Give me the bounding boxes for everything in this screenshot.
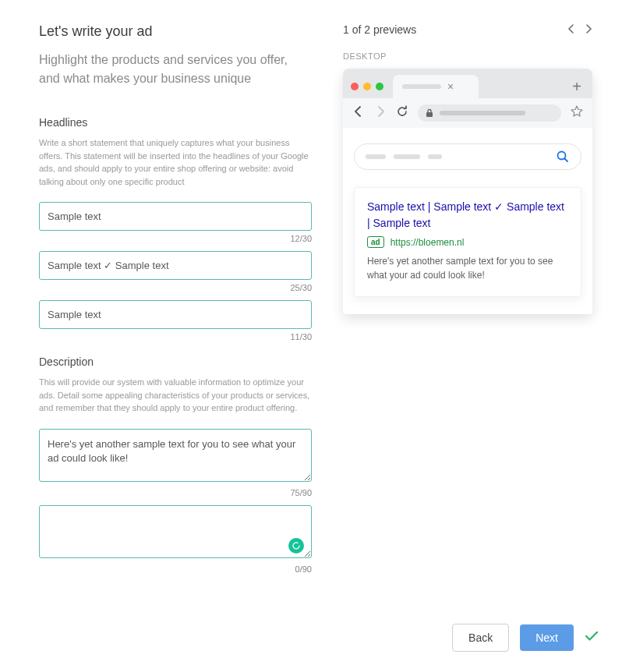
next-button[interactable]: Next	[520, 624, 574, 651]
reload-icon	[396, 105, 408, 121]
ad-preview-card: Sample text | Sample text ✓ Sample text …	[354, 187, 581, 297]
traffic-light-red-icon	[351, 83, 359, 90]
preview-next-button[interactable]	[586, 23, 592, 36]
search-bar-mockup	[354, 143, 581, 170]
footer-actions: Back Next	[452, 624, 599, 652]
page-title: Let's write your ad	[39, 23, 312, 40]
close-icon: ×	[447, 80, 454, 93]
browser-mockup: × +	[343, 69, 592, 314]
description-count-1: 75/90	[39, 488, 312, 497]
description-input-1[interactable]	[39, 429, 312, 482]
description-input-2[interactable]	[39, 505, 312, 558]
description-label: Description	[39, 355, 312, 368]
plus-icon: +	[572, 78, 585, 96]
check-icon	[585, 631, 599, 645]
headline-input-3[interactable]	[39, 300, 312, 329]
preview-column: 1 of 2 previews DESKTOP ×	[343, 23, 592, 582]
search-icon	[556, 150, 570, 164]
star-icon	[571, 105, 583, 121]
headline-input-2[interactable]	[39, 251, 312, 280]
headlines-help: Write a short statement that uniquely ca…	[39, 136, 312, 188]
traffic-light-green-icon	[376, 83, 383, 90]
preview-prev-button[interactable]	[567, 23, 574, 36]
description-count-2: 0/90	[39, 564, 312, 574]
ad-url: https://bloemen.nl	[391, 237, 465, 248]
headlines-label: Headlines	[39, 116, 312, 129]
headline-input-1[interactable]	[39, 202, 312, 231]
back-arrow-icon	[352, 105, 365, 121]
ad-headline: Sample text | Sample text ✓ Sample text …	[367, 199, 568, 232]
traffic-light-yellow-icon	[363, 83, 371, 90]
back-button[interactable]: Back	[452, 624, 509, 652]
description-help: This will provide our system with valuab…	[39, 376, 312, 415]
traffic-lights	[351, 83, 383, 90]
browser-tab: ×	[393, 75, 479, 98]
ad-description: Here's yet another sample text for you t…	[367, 254, 568, 282]
page-subtitle: Highlight the products and services you …	[39, 51, 312, 88]
form-column: Let's write your ad Highlight the produc…	[39, 23, 312, 582]
lock-icon	[426, 108, 433, 118]
headline-count-2: 25/30	[39, 283, 312, 292]
headline-count-3: 11/30	[39, 332, 312, 341]
grammarly-icon[interactable]	[288, 538, 304, 554]
forward-arrow-icon	[374, 105, 387, 121]
preview-mode-label: DESKTOP	[343, 51, 592, 61]
url-bar	[418, 104, 561, 122]
preview-counter: 1 of 2 previews	[343, 23, 416, 36]
ad-badge: ad	[367, 236, 384, 248]
svg-rect-0	[426, 112, 433, 117]
headline-count-1: 12/30	[39, 234, 312, 243]
